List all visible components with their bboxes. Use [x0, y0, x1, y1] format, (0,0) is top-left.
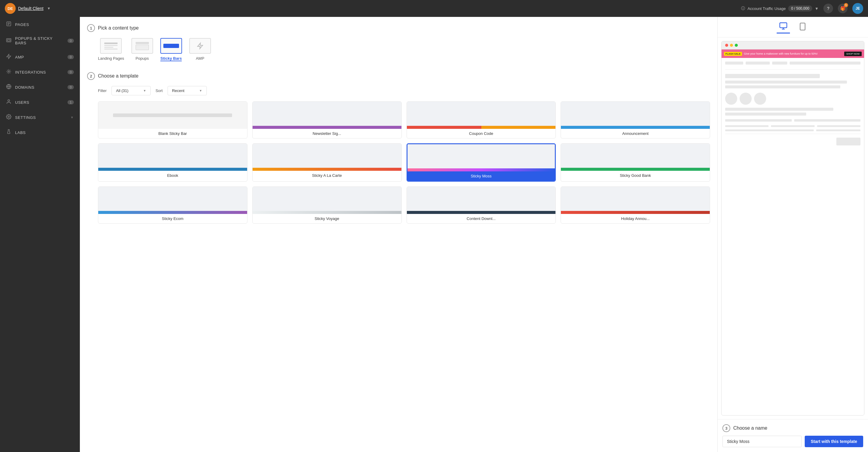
skel-circle-1: [725, 93, 737, 105]
skel-card-row: [725, 93, 861, 105]
filter-sort-row: Filter All (31) ▼ Sort Recent ▼: [87, 86, 710, 95]
tab-popups-label: Popups: [135, 56, 149, 61]
sidebar-item-amp[interactable]: AMP 0: [0, 50, 80, 64]
sidebar-item-domains[interactable]: Domains 0: [0, 80, 80, 95]
svg-point-7: [8, 71, 10, 73]
template-name-input[interactable]: [722, 436, 802, 447]
sticky-bars-icon-box: [160, 38, 182, 54]
start-with-template-button[interactable]: Start with this template: [805, 436, 863, 447]
traffic-value: 0 / 500,000: [788, 5, 812, 11]
question-icon: ?: [827, 6, 830, 11]
template-preview-goodbank: [561, 144, 710, 171]
template-name-newsletter: Newsletter Sig...: [253, 129, 401, 138]
help-button[interactable]: ?: [824, 4, 833, 13]
template-card-ecom[interactable]: Sticky Ecom: [98, 187, 247, 224]
amp-count: 0: [67, 55, 74, 59]
template-card-contentdl[interactable]: Content Downl...: [407, 187, 556, 224]
sidebar-item-users[interactable]: Users 1: [0, 95, 80, 110]
gift-button[interactable]: 🎁 5: [838, 4, 847, 13]
page-skeleton: [721, 58, 864, 149]
template-card-newsletter[interactable]: Newsletter Sig...: [252, 102, 402, 139]
template-card-ebook[interactable]: Ebook: [98, 143, 247, 182]
sidebar-item-settings[interactable]: Settings ▼: [0, 110, 80, 125]
browser-mockup: FLASH SALE Give your home a makeover wit…: [721, 41, 864, 416]
step3-circle: 3: [722, 424, 730, 432]
sidebar-item-labs[interactable]: Labs: [0, 125, 80, 140]
svg-rect-14: [780, 23, 786, 28]
template-preview-holiday: [561, 187, 710, 214]
tab-desktop[interactable]: [777, 21, 790, 33]
template-card-goodbank[interactable]: Sticky Good Bank: [561, 143, 710, 182]
filter-arrow-icon: ▼: [143, 89, 146, 92]
sticky-bar-preview: FLASH SALE Give your home a makeover wit…: [721, 50, 864, 58]
sidebar-item-label-domains: Domains: [15, 85, 34, 90]
main-panel: 1 Pick a content type Landing Pages: [80, 17, 717, 452]
tab-sticky-bars[interactable]: Sticky Bars: [160, 38, 182, 64]
client-name[interactable]: Default Client: [18, 6, 43, 11]
template-card-coupon[interactable]: Coupon Code: [407, 102, 556, 139]
domains-icon: [6, 84, 11, 90]
tab-mobile[interactable]: [796, 21, 809, 33]
template-name-ebook: Ebook: [98, 171, 247, 180]
template-card-voyage[interactable]: Sticky Voyage: [252, 187, 402, 224]
template-card-announcement[interactable]: Announcement: [561, 102, 710, 139]
sidebar-item-pages[interactable]: Pages: [0, 17, 80, 32]
tab-amp-label: AMP: [196, 56, 204, 61]
step1-circle: 1: [87, 24, 95, 32]
svg-rect-5: [7, 39, 10, 41]
user-avatar[interactable]: JE: [852, 3, 863, 14]
popups-icon: [6, 37, 11, 44]
template-card-holiday[interactable]: Holiday Annou...: [561, 187, 710, 224]
filter-label: Filter: [98, 88, 107, 93]
tab-popups[interactable]: Popups: [131, 38, 153, 64]
flash-badge: FLASH SALE: [724, 52, 742, 56]
template-name-announcement: Announcement: [561, 129, 710, 138]
shop-now-button[interactable]: SHOP NOW: [844, 52, 862, 56]
tab-sticky-label: Sticky Bars: [160, 56, 182, 61]
template-preview-newsletter: [253, 102, 401, 129]
users-icon: [6, 99, 11, 106]
settings-chevron-icon: ▼: [70, 116, 74, 119]
template-preview-coupon: [407, 102, 556, 129]
header-left: DE Default Client ▼: [5, 3, 51, 14]
sidebar-item-integrations[interactable]: Integrations 0: [0, 64, 80, 80]
sidebar-item-label-integrations: Integrations: [15, 70, 46, 75]
browser-chrome: [721, 41, 864, 50]
amp-icon: [6, 54, 11, 60]
domains-count: 0: [67, 85, 74, 89]
name-row: Start with this template: [722, 436, 863, 447]
gift-badge: 5: [844, 3, 848, 7]
sidebar: Pages Popups & Sticky Bars 0 AMP 0 Integ…: [0, 17, 80, 452]
sidebar-item-label-settings: Settings: [15, 115, 36, 120]
integrations-count: 0: [67, 70, 74, 74]
top-header: DE Default Client ▼ ⓘ Account Traffic Us…: [0, 0, 868, 17]
filter-select[interactable]: All (31) ▼: [112, 86, 151, 95]
sidebar-item-label-popups: Popups & Sticky Bars: [15, 36, 64, 45]
template-preview-contentdl: [407, 187, 556, 214]
template-card-moss[interactable]: Sticky Moss: [407, 143, 556, 182]
sticky-bar-text: Give your home a makeover with new furni…: [744, 52, 842, 55]
template-card-alacarte[interactable]: Sticky A La Carte: [252, 143, 402, 182]
sidebar-item-label-users: Users: [15, 100, 29, 105]
tab-landing-pages[interactable]: Landing Pages: [98, 38, 124, 64]
template-name-voyage: Sticky Voyage: [253, 214, 401, 223]
traffic-label: Account Traffic Usage: [747, 6, 786, 11]
template-name-coupon: Coupon Code: [407, 129, 556, 138]
client-dropdown-icon[interactable]: ▼: [47, 6, 51, 10]
sidebar-item-label-pages: Pages: [15, 22, 29, 27]
preview-area: FLASH SALE Give your home a makeover wit…: [718, 37, 868, 419]
tab-amp[interactable]: AMP: [189, 38, 211, 64]
sort-select[interactable]: Recent ▼: [167, 86, 207, 95]
sort-arrow-icon: ▼: [199, 89, 202, 92]
template-card-blank[interactable]: Blank Sticky Bar: [98, 102, 247, 139]
traffic-dropdown-icon[interactable]: ▼: [815, 6, 818, 11]
popups-icon-box: [131, 38, 153, 54]
sidebar-item-popups[interactable]: Popups & Sticky Bars 0: [0, 32, 80, 50]
main-layout: Pages Popups & Sticky Bars 0 AMP 0 Integ…: [0, 17, 868, 452]
template-preview-moss: [407, 144, 555, 171]
sort-label: Sort: [156, 88, 163, 93]
template-preview-voyage: [253, 187, 401, 214]
skel-circle-2: [740, 93, 752, 105]
template-name-blank: Blank Sticky Bar: [98, 129, 247, 138]
template-preview-alacarte: [253, 144, 401, 171]
